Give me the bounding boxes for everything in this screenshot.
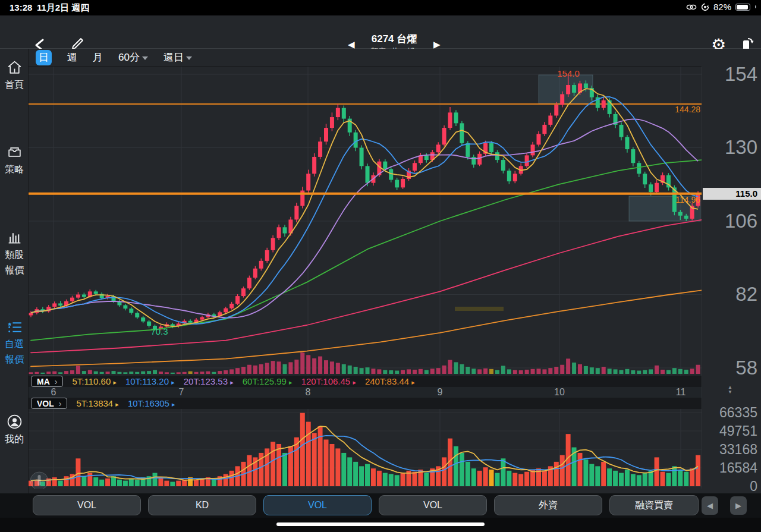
battery-percent: 82% <box>713 2 731 12</box>
indicator-button-VOL-2[interactable]: VOL <box>263 495 372 515</box>
price-axis-label: 154 <box>725 63 757 86</box>
svg-text:144.28: 144.28 <box>675 105 700 114</box>
ma-legend-item: 240T:83.44 ▸ <box>365 376 415 386</box>
battery-icon <box>735 4 750 11</box>
indicator-button-VOL-0[interactable]: VOL <box>33 495 141 515</box>
stock-title: 6274 台燿 <box>321 32 467 46</box>
sidebar-item-label: 報價 <box>0 263 29 278</box>
volume-chart[interactable] <box>29 409 702 489</box>
indicator-toolbar: VOLKDVOLVOL外資融資買賣◀▶ <box>0 493 761 518</box>
sidebar-item-類股報價[interactable]: 類股報價 <box>0 229 29 278</box>
ma-legend-row: MA› 5T:110.60 ▸10T:113.20 ▸20T:123.53 ▸6… <box>29 376 702 387</box>
tab-日[interactable]: 日 <box>36 50 52 65</box>
current-price-badge: 115.0 <box>703 188 761 200</box>
vol-legend-item: 5T:13834 ▸ <box>76 398 118 408</box>
tab-週[interactable]: 週 <box>67 51 77 64</box>
link-icon <box>686 4 697 11</box>
stock-chart-app: { "status_bar": { "time": "13:28", "date… <box>0 0 761 532</box>
indicator-button-KD-1[interactable]: KD <box>148 495 256 515</box>
svg-text:114.96: 114.96 <box>675 195 700 204</box>
volume-axis-label: 16584 <box>719 460 757 476</box>
tab-label: 週 <box>67 51 77 64</box>
sidebar-item-自選報價[interactable]: 自選報價 <box>0 319 29 367</box>
volume-axis-label: 0 <box>750 479 757 495</box>
ma-settings-button[interactable]: MA› <box>31 376 63 387</box>
ma-legend-item: 20T:123.53 ▸ <box>184 376 234 386</box>
home-indicator[interactable] <box>276 522 485 526</box>
home-icon <box>0 59 29 77</box>
status-bar: 13:28 11月2日 週四 82% <box>0 0 761 15</box>
tab-label: 日 <box>39 51 49 64</box>
orientation-lock-icon <box>701 3 709 11</box>
x-axis-row: 67891011 <box>29 387 702 398</box>
tab-label: 月 <box>93 51 103 64</box>
candlestick-chart[interactable]: 154.070.3144.28114.96 <box>29 67 702 376</box>
price-axis-panel[interactable]: 1541301068258115.0663354975133168165840 <box>702 49 761 489</box>
chevron-down-icon <box>186 56 192 60</box>
indicator-button-融資買賣-5[interactable]: 融資買賣 <box>609 495 699 515</box>
price-axis-label: 130 <box>725 136 757 159</box>
chevron-down-icon <box>142 56 148 60</box>
sidebar-item-label: 自選 <box>0 336 29 352</box>
price-axis-label: 58 <box>735 357 757 379</box>
watchlist-icon <box>0 319 29 336</box>
sidebar-item-label: 報價 <box>0 352 29 367</box>
status-date: 11月2日 週四 <box>37 2 89 14</box>
indicator-button-VOL-3[interactable]: VOL <box>379 495 487 515</box>
price-axis-label: 106 <box>725 210 757 232</box>
ma-legend-item: 5T:110.60 ▸ <box>72 376 116 386</box>
ma-legend-item: 120T:106.45 ▸ <box>301 376 356 386</box>
volume-axis-label: 66335 <box>719 405 757 421</box>
sidebar-item-我的[interactable]: 我的 <box>0 414 29 447</box>
ma-legend-item: 10T:113.20 ▸ <box>125 376 175 386</box>
volume-axis-label: 33168 <box>719 442 757 458</box>
indicator-button-外資-4[interactable]: 外資 <box>494 495 602 515</box>
header-bar: ◀ ▶ 6274 台燿 觀察 (共42檔) ⚙ <box>0 15 761 49</box>
vol-legend-row: VOL› 5T:13834 ▸10T:16305 ▸ <box>29 398 702 409</box>
x-axis-tick: 11 <box>676 387 686 398</box>
volume-axis-label: 49751 <box>719 423 757 439</box>
svg-text:70.3: 70.3 <box>150 326 168 336</box>
x-axis-tick: 7 <box>179 387 184 398</box>
sidebar-item-首頁[interactable]: 首頁 <box>0 59 29 93</box>
x-axis-tick: 9 <box>438 387 443 398</box>
tab-月[interactable]: 月 <box>93 51 103 64</box>
sector-quotes-icon <box>0 229 29 247</box>
timeframe-tabs: 日週月60分還日 <box>29 49 702 67</box>
sidebar-item-label: 策略 <box>0 162 29 177</box>
vol-settings-button[interactable]: VOL› <box>31 398 67 409</box>
sidebar-item-label: 首頁 <box>0 77 29 93</box>
vol-legend-item: 10T:16305 ▸ <box>128 398 175 408</box>
status-time: 13:28 <box>10 2 32 12</box>
price-axis-label: 82 <box>735 283 757 306</box>
indicator-next-button[interactable]: ▶ <box>730 496 747 515</box>
axis-scale-icon: ▲▼ <box>728 385 732 395</box>
ma-legend-item: 60T:125.99 ▸ <box>243 376 293 386</box>
x-axis-tick: 10 <box>554 387 565 398</box>
sidebar-item-label: 類股 <box>0 247 29 263</box>
indicator-prev-button[interactable]: ◀ <box>702 496 718 515</box>
tab-label: 60分 <box>118 51 140 64</box>
strategy-icon <box>0 144 29 162</box>
x-axis-tick: 6 <box>51 387 56 398</box>
x-axis-tick: 8 <box>306 387 311 398</box>
sidebar: 首頁策略類股報價自選報價我的 <box>0 49 29 532</box>
sidebar-item-label: 我的 <box>0 432 29 447</box>
tab-60分[interactable]: 60分 <box>118 51 148 64</box>
svg-text:154.0: 154.0 <box>557 68 580 78</box>
tab-label: 還日 <box>163 51 184 64</box>
profile-icon <box>0 414 29 432</box>
battery-tip <box>755 5 756 8</box>
tab-還日[interactable]: 還日 <box>163 51 192 64</box>
sidebar-item-策略[interactable]: 策略 <box>0 144 29 177</box>
